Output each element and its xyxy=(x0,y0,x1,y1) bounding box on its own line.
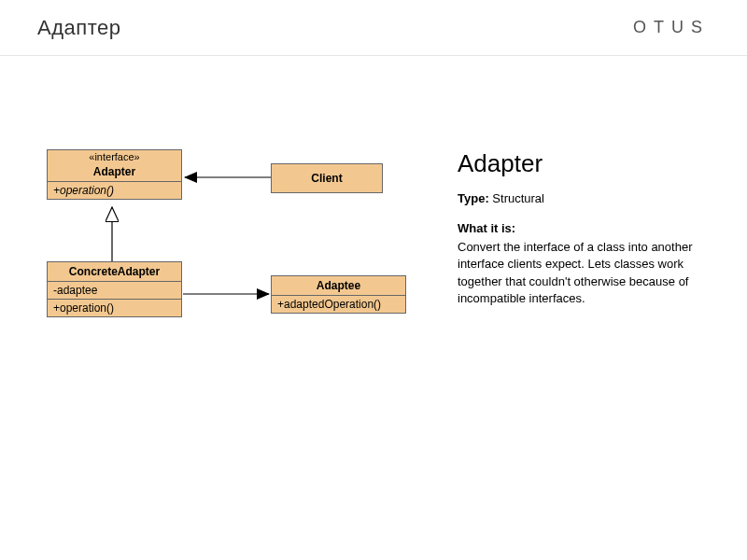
operation: +adaptedOperation() xyxy=(272,296,405,313)
operation: +operation() xyxy=(48,300,181,316)
pattern-type: Type: Structural xyxy=(458,191,710,205)
pattern-description: What it is: Convert the interface of a c… xyxy=(458,220,710,307)
class-name: Client xyxy=(272,164,382,192)
class-name: Adaptee xyxy=(272,276,405,296)
what-label: What it is: xyxy=(458,220,710,237)
stereotype: «interface» xyxy=(48,150,181,162)
uml-class-client: Client xyxy=(271,163,383,193)
operation: +operation() xyxy=(48,182,181,199)
class-name: ConcreteAdapter xyxy=(48,262,181,282)
uml-class-concrete-adapter: ConcreteAdapter -adaptee +operation() xyxy=(47,261,182,317)
pattern-title: Adapter xyxy=(458,149,710,178)
page-title: Адаптер xyxy=(37,16,120,40)
what-text: Convert the interface of a class into an… xyxy=(458,240,692,305)
class-name: Adapter xyxy=(48,162,181,182)
type-value: Structural xyxy=(492,191,544,205)
brand-logo: OTUS xyxy=(633,18,710,37)
uml-class-adaptee: Adaptee +adaptedOperation() xyxy=(271,275,406,314)
description-panel: Adapter Type: Structural What it is: Con… xyxy=(458,149,710,429)
uml-diagram: «interface» Adapter +operation() Client … xyxy=(37,149,430,429)
type-label: Type: xyxy=(458,191,489,205)
uml-interface-adapter: «interface» Adapter +operation() xyxy=(47,149,182,200)
content: «interface» Adapter +operation() Client … xyxy=(0,56,747,429)
field: -adaptee xyxy=(48,282,181,300)
header: Адаптер OTUS xyxy=(0,0,747,56)
